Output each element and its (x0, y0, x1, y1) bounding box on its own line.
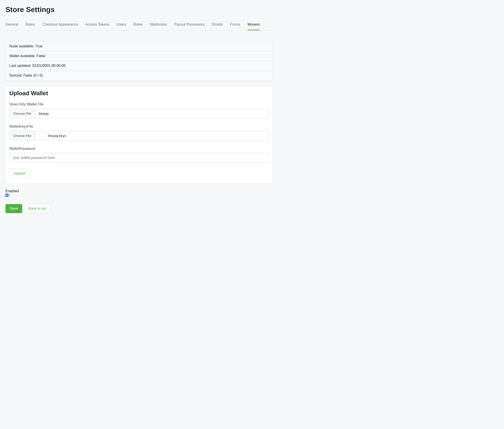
enabled-block: Enabled (5, 189, 273, 198)
tab-checkout-appearance[interactable]: Checkout Appearance (42, 20, 78, 30)
tab-webhooks[interactable]: Webhooks (150, 20, 167, 30)
status-list: Node available: True Wallet available: F… (5, 41, 273, 80)
status-synced: Synced: False (0 / 0) (6, 71, 273, 80)
status-wallet-available: Wallet available: False (6, 51, 273, 61)
save-button[interactable]: Save (5, 204, 22, 213)
tab-general[interactable]: General (5, 20, 18, 30)
upload-wallet-card: Upload Wallet View-Only Wallet File Choo… (5, 86, 273, 184)
tab-monero[interactable]: Monero (247, 20, 260, 30)
enabled-checkbox[interactable] (5, 194, 9, 197)
enabled-label: Enabled (5, 189, 273, 193)
view-only-wallet-file-input[interactable]: Choose File btcpay (9, 109, 269, 118)
view-only-wallet-filename: btcpay (35, 109, 269, 118)
upload-button[interactable]: Upload (9, 169, 29, 178)
tab-users[interactable]: Users (117, 20, 126, 30)
page-title: Store Settings (5, 5, 273, 14)
file-name-text: btcpay.keys (48, 134, 66, 138)
back-to-list-button[interactable]: Back to list (24, 204, 50, 213)
choose-file-button-wallet[interactable]: Choose File (9, 109, 35, 118)
status-node-available: Node available: True (6, 42, 273, 51)
tab-forms[interactable]: Forms (230, 20, 240, 30)
wallet-keys-file-label: WalletKeysFile (9, 125, 269, 129)
actions-row: Save Back to list (5, 204, 273, 213)
view-only-wallet-label: View-Only Wallet File (9, 102, 269, 106)
tab-emails[interactable]: Emails (212, 20, 223, 30)
status-last-updated: Last updated: 01/01/0001 00:00:00 (6, 61, 273, 71)
wallet-keys-file-input[interactable]: Choose File btcpay.keys (9, 131, 269, 140)
wallet-password-input[interactable] (9, 153, 269, 162)
tab-rates[interactable]: Rates (26, 20, 35, 30)
tab-roles[interactable]: Roles (133, 20, 143, 30)
file-icon (39, 132, 46, 139)
choose-file-button-keys[interactable]: Choose File (9, 131, 35, 140)
wallet-keys-filename: btcpay.keys (35, 131, 269, 140)
wallet-password-label: WalletPassword (9, 147, 269, 151)
file-name-text: btcpay (39, 112, 49, 116)
tab-payout-processors[interactable]: Payout Processors (174, 20, 205, 30)
upload-wallet-heading: Upload Wallet (9, 90, 269, 97)
settings-tabs: General Rates Checkout Appearance Access… (5, 20, 273, 30)
tab-access-tokens[interactable]: Access Tokens (85, 20, 109, 30)
